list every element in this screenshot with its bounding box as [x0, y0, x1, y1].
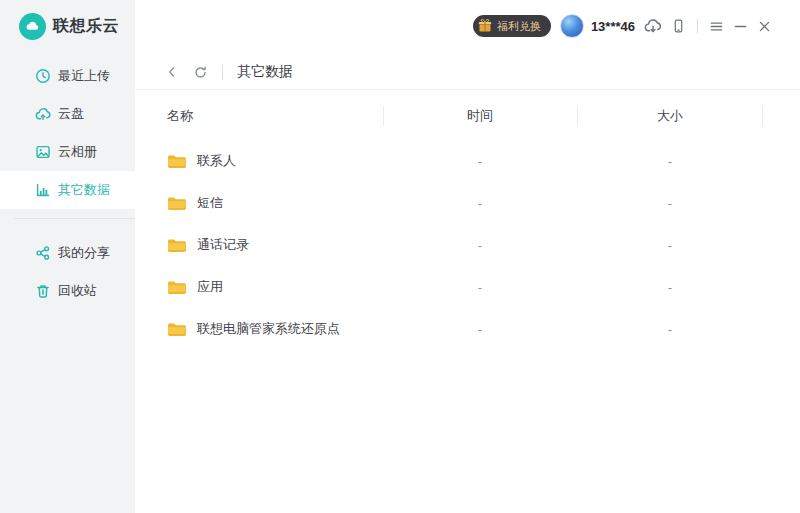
folder-icon: [167, 280, 186, 295]
file-table: 名称 时间 大小 联系人 - -: [135, 91, 800, 513]
sidebar-divider: [14, 218, 135, 219]
toolbar-divider: [222, 65, 223, 80]
minimize-icon[interactable]: [733, 19, 748, 34]
file-size: -: [577, 238, 763, 253]
file-size: -: [577, 196, 763, 211]
share-icon: [35, 245, 51, 261]
bar-chart-icon: [35, 182, 51, 198]
file-time: -: [383, 238, 577, 253]
file-time: -: [383, 154, 577, 169]
table-header: 名称 时间 大小: [135, 91, 800, 140]
folder-icon: [167, 322, 186, 337]
back-button[interactable]: [165, 65, 179, 79]
table-row-sms[interactable]: 短信 - -: [135, 182, 800, 224]
refresh-button[interactable]: [193, 65, 208, 80]
app-logo: 联想乐云: [19, 13, 119, 40]
folder-icon: [167, 196, 186, 211]
sidebar-item-label: 回收站: [58, 282, 97, 300]
sidebar-item-label: 我的分享: [58, 244, 110, 262]
username: 13***46: [591, 19, 635, 34]
transfer-list-icon[interactable]: [644, 17, 662, 35]
cloud-upload-icon: [35, 106, 51, 122]
app-title: 联想乐云: [53, 16, 119, 37]
sidebar-item-cloud-album[interactable]: 云相册: [0, 133, 135, 171]
file-size: -: [577, 280, 763, 295]
close-icon[interactable]: [757, 19, 772, 34]
table-row-restore-point[interactable]: 联想电脑管家系统还原点 - -: [135, 308, 800, 350]
titlebar-divider: [697, 19, 698, 33]
trash-icon: [35, 283, 51, 299]
sidebar-item-cloud-disk[interactable]: 云盘: [0, 95, 135, 133]
file-size: -: [577, 154, 763, 169]
clock-icon: [35, 68, 51, 84]
sidebar-item-recycle-bin[interactable]: 回收站: [0, 272, 135, 310]
folder-icon: [167, 238, 186, 253]
column-header-size[interactable]: 大小: [577, 107, 763, 125]
main-area: 福利兑换 13***46: [135, 0, 800, 513]
user-avatar[interactable]: [560, 14, 584, 38]
photos-icon: [35, 144, 51, 160]
file-time: -: [383, 322, 577, 337]
sidebar-item-label: 最近上传: [58, 67, 110, 85]
sidebar-item-label: 云盘: [58, 105, 84, 123]
gift-icon: [477, 18, 493, 34]
promo-badge-label: 福利兑换: [497, 19, 541, 34]
sidebar-item-other-data[interactable]: 其它数据: [0, 171, 135, 209]
sidebar-item-my-shares[interactable]: 我的分享: [0, 234, 135, 272]
sidebar: 联想乐云 最近上传 云盘 云相册: [0, 0, 135, 513]
menu-icon[interactable]: [709, 19, 724, 34]
app-window: 联想乐云 最近上传 云盘 云相册: [0, 0, 800, 513]
column-header-time[interactable]: 时间: [383, 107, 577, 125]
folder-icon: [167, 154, 186, 169]
titlebar: 福利兑换 13***46: [135, 0, 800, 52]
promo-badge[interactable]: 福利兑换: [473, 15, 551, 37]
sidebar-nav: 最近上传 云盘 云相册 其它数据: [0, 57, 135, 310]
file-name: 通话记录: [197, 236, 249, 254]
table-row-contacts[interactable]: 联系人 - -: [135, 140, 800, 182]
sidebar-item-label: 其它数据: [58, 181, 110, 199]
current-folder-title: 其它数据: [237, 63, 293, 81]
device-icon[interactable]: [671, 18, 686, 34]
table-row-call-logs[interactable]: 通话记录 - -: [135, 224, 800, 266]
table-row-apps[interactable]: 应用 - -: [135, 266, 800, 308]
sidebar-group-secondary: 我的分享 回收站: [0, 234, 135, 310]
breadcrumb-toolbar: 其它数据: [135, 55, 800, 90]
file-size: -: [577, 322, 763, 337]
file-time: -: [383, 280, 577, 295]
file-time: -: [383, 196, 577, 211]
file-name: 短信: [197, 194, 223, 212]
column-header-name[interactable]: 名称: [135, 107, 383, 125]
cloud-logo-icon: [19, 13, 46, 40]
file-name: 联系人: [197, 152, 236, 170]
sidebar-item-recent-uploads[interactable]: 最近上传: [0, 57, 135, 95]
file-name: 应用: [197, 278, 223, 296]
sidebar-item-label: 云相册: [58, 143, 97, 161]
file-name: 联想电脑管家系统还原点: [197, 320, 340, 338]
